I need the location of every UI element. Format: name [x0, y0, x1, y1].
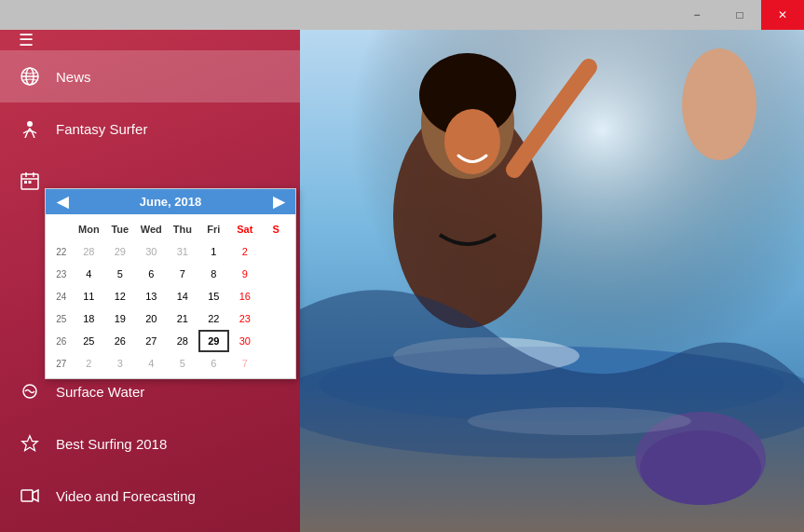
app-window: − □ ✕ ☰ [0, 0, 804, 532]
week-number: 24 [49, 285, 74, 307]
fantasy-surfer-icon [15, 114, 45, 143]
cal-day-cell[interactable]: 4 [136, 352, 167, 375]
cal-prev-btn[interactable]: ◀ [53, 193, 72, 211]
svg-point-22 [444, 109, 500, 174]
cal-header-thu: Thu [167, 218, 198, 240]
main-content [300, 30, 804, 532]
cal-header-weeknum [49, 218, 74, 240]
cal-day-cell[interactable]: 22 [198, 307, 229, 330]
cal-day-cell[interactable]: 13 [136, 285, 167, 307]
maximize-button[interactable]: □ [718, 0, 761, 30]
cal-day-cell[interactable]: 15 [198, 285, 229, 307]
cal-day-cell[interactable]: 19 [104, 307, 135, 330]
sidebar-item-best-surfing[interactable]: Best Surfing 2018 [0, 417, 300, 470]
cal-day-cell[interactable]: 31 [167, 240, 198, 263]
cal-day-cell[interactable]: 29 [198, 330, 230, 352]
cal-weeks: 2228293031122345678924111213141516251819… [49, 240, 292, 375]
cal-day-cell[interactable]: 1 [198, 240, 229, 263]
cal-day-cell[interactable]: 30 [229, 330, 260, 352]
calendar-header: ◀ June, 2018 ▶ [46, 189, 295, 214]
calendar-icon [15, 166, 45, 196]
cal-week-row: 26252627282930 [49, 330, 292, 352]
cal-day-cell[interactable]: 11 [74, 285, 104, 307]
svg-rect-8 [24, 181, 27, 184]
cal-day-cell[interactable]: 6 [198, 352, 229, 375]
svg-marker-11 [22, 436, 38, 451]
cal-day-cell[interactable]: 2 [229, 240, 260, 263]
cal-day-cell [261, 307, 292, 330]
cal-day-cell[interactable]: 7 [229, 352, 260, 375]
cal-day-cell[interactable]: 6 [136, 263, 167, 285]
svg-marker-13 [33, 490, 38, 501]
hamburger-icon[interactable]: ☰ [19, 30, 34, 50]
cal-day-cell[interactable]: 9 [229, 263, 260, 285]
cal-header-sun: S [261, 218, 292, 240]
cal-day-cell[interactable]: 7 [167, 263, 198, 285]
video-forecasting-icon [15, 481, 45, 511]
cal-header-wed: Wed [136, 218, 167, 240]
minimize-button[interactable]: − [675, 0, 718, 30]
surface-water-label: Surface Water [56, 384, 144, 400]
sidebar-item-fantasy-surfer[interactable]: Fantasy Surfer [0, 102, 300, 155]
cal-day-cell[interactable]: 21 [167, 307, 198, 330]
cal-day-cell[interactable]: 28 [74, 240, 104, 263]
cal-next-btn[interactable]: ▶ [269, 193, 288, 211]
best-surfing-icon [15, 429, 45, 458]
best-surfing-label: Best Surfing 2018 [56, 436, 167, 452]
week-number: 27 [49, 352, 74, 375]
cal-day-cell[interactable]: 28 [167, 330, 198, 352]
cal-day-cell[interactable]: 2 [74, 352, 104, 375]
svg-rect-12 [21, 490, 33, 501]
cal-day-cell[interactable]: 26 [104, 330, 135, 352]
cal-header-mon: Mon [74, 218, 104, 240]
title-bar: − □ ✕ [0, 0, 804, 30]
cal-day-cell [261, 330, 292, 352]
cal-week-row: 23456789 [49, 263, 292, 285]
week-number: 22 [49, 240, 74, 263]
news-label: News [56, 69, 91, 85]
cal-day-cell[interactable]: 16 [229, 285, 260, 307]
cal-week-row: 25181920212223 [49, 307, 292, 330]
cal-day-cell[interactable]: 30 [136, 240, 167, 263]
sidebar-item-video-forecasting[interactable]: Video and Forecasting [0, 470, 300, 522]
close-button[interactable]: ✕ [761, 0, 804, 30]
cal-day-cell [261, 263, 292, 285]
cal-week-row: 27234567 [49, 352, 292, 375]
cal-week-row: 222829303112 [49, 240, 292, 263]
calendar-popup: ◀ June, 2018 ▶ Mon Tue Wed Thu Fri [45, 188, 296, 379]
cal-day-cell[interactable]: 8 [198, 263, 229, 285]
cal-day-cell[interactable]: 20 [136, 307, 167, 330]
sidebar-item-news[interactable]: News [0, 50, 300, 102]
cal-header-sat: Sat [229, 218, 260, 240]
cal-header-tue: Tue [104, 218, 135, 240]
week-number: 23 [49, 263, 74, 285]
sidebar-header: ☰ [0, 30, 300, 50]
cal-day-cell [261, 285, 292, 307]
calendar-title: June, 2018 [140, 195, 202, 209]
cal-day-cell[interactable]: 3 [104, 352, 135, 375]
cal-day-cell[interactable]: 27 [136, 330, 167, 352]
svg-point-3 [27, 121, 33, 127]
cal-day-cell[interactable]: 5 [167, 352, 198, 375]
cal-day-cell[interactable]: 25 [74, 330, 104, 352]
cal-day-cell [261, 240, 292, 263]
cal-week-row: 24111213141516 [49, 285, 292, 307]
cal-day-cell [261, 352, 292, 375]
cal-day-cell[interactable]: 12 [104, 285, 135, 307]
cal-header-row: Mon Tue Wed Thu Fri Sat S [49, 218, 292, 240]
cal-day-cell[interactable]: 29 [104, 240, 135, 263]
week-number: 25 [49, 307, 74, 330]
week-number: 26 [49, 330, 74, 352]
app-body: ☰ News [0, 30, 804, 532]
fantasy-surfer-label: Fantasy Surfer [56, 121, 147, 137]
cal-day-cell[interactable]: 5 [104, 263, 135, 285]
cal-day-cell[interactable]: 18 [74, 307, 104, 330]
calendar-grid: Mon Tue Wed Thu Fri Sat S 22282930311223… [46, 214, 295, 378]
surface-water-icon [15, 376, 45, 406]
sidebar-item-settings[interactable]: Settings [0, 522, 300, 532]
nav-items: News Fantasy Surfer [0, 50, 300, 522]
cal-day-cell[interactable]: 23 [229, 307, 260, 330]
cal-day-cell[interactable]: 4 [74, 263, 104, 285]
cal-day-cell[interactable]: 14 [167, 285, 198, 307]
news-icon [15, 61, 45, 91]
